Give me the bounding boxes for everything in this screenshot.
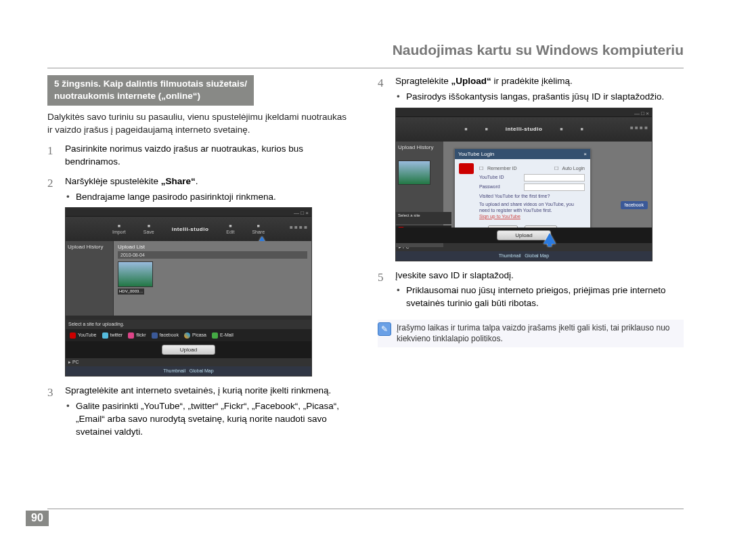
ss2-side-title: Upload History [398,144,441,151]
site-youtube: YouTube [70,332,97,339]
hint-1: Visited YouTube for the first time? [479,194,585,199]
ss1-upload-row: Upload [66,341,311,358]
screenshot-login: — □ × ■■ intelli-studio ■■ ■ ■ ■ ■ Uploa… [395,108,652,261]
step-5-bullet: Priklausomai nuo jūsų interneto prieigos… [395,284,684,310]
screenshot-share: — □ × ■Import ■Save intelli-studio ■Edit… [65,207,312,376]
step-2: Naršyklėje spustelėkite „Share“. Bendraj… [47,175,353,376]
step-heading: 5 žingsnis. Kaip dalintis filmuotais siu… [47,75,254,106]
ss2-toolbar: ■■ intelli-studio ■■ ■ ■ ■ ■ [396,117,652,142]
site-flickr: flickr [128,332,146,339]
note-icon: ✎ [378,322,391,336]
ss1-thumb [118,261,153,287]
step-1: Pasirinkite norimus vaizdo įrašus ar nuo… [47,143,353,169]
page-number: 90 [26,511,49,526]
ss1-bottombar: Thumbnail Global Map [66,366,311,376]
note-text: Įrašymo laikas ir turima talpa vaizdo įr… [397,322,684,344]
arrow-cursor-icon-2 [544,233,556,244]
step-5-text: Įveskite savo ID ir slaptažodį. [395,270,514,280]
ss1-main-title: Upload List [118,243,307,251]
step-2-bullet: Bendrajame lange pasirodo pasirinktoji r… [65,191,353,204]
ss1-toolbar: ■Import ■Save intelli-studio ■Edit ■Shar… [66,217,311,241]
login-dialog-title: YouTube Login× [455,149,590,159]
ss1-logo: intelli-studio [172,225,209,233]
site-twitter: twitter [102,332,123,339]
ss2-bottombar: Thumbnail Global Map [396,251,652,261]
step-4-bullet: Pasirodys iššokantysis langas, prašantis… [395,91,684,104]
upload-button[interactable]: Upload [162,345,215,355]
id-input[interactable] [524,174,585,181]
right-column: Spragtelėkite „Upload“ ir pradėkite įkėl… [378,75,684,446]
ss2-upload-row: Upload [396,228,652,243]
page-title: Naudojimas kartu su Windows kompiuteriu [47,42,684,58]
ss2-select: Select a site [396,212,451,224]
intro-text: Dalykitės savo turiniu su pasauliu, vien… [47,111,353,135]
site-email: E-Mail [212,332,234,339]
step-5: Įveskite savo ID ir slaptažodį. Priklaus… [378,270,684,311]
left-column: 5 žingsnis. Kaip dalintis filmuotais siu… [47,75,353,446]
ss1-pc: ▸ PC [66,358,311,366]
step-heading-line2: nuotraukomis internete („online“) [54,91,200,101]
site-picasa: Picasa [184,332,206,339]
hint-2: To upload and share videos on YouTube, y… [479,202,585,213]
pw-input[interactable] [524,184,585,191]
ss1-main: Upload List 2010-08-04 HDV_0003… [114,241,311,316]
step-heading-line1: 5 žingsnis. Kaip dalintis filmuotais siu… [54,79,247,89]
ss2-thumb [398,160,430,185]
step-2-text: Naršyklėje spustelėkite „Share“. [65,176,198,186]
step-1-text: Pasirinkite norimus vaizdo įrašus ar nuo… [65,144,303,167]
ss2-logo: intelli-studio [506,125,543,133]
pw-label: Password [479,184,520,190]
remember-row: ☐Remember ID ☐Auto Login [479,165,585,172]
id-label: YouTube ID [479,174,520,181]
step-3: Spragtelėkite ant interneto svetainės, į… [47,385,353,439]
youtube-icon [459,163,474,174]
facebook-chip: facebook [621,201,648,209]
ss1-side-title: Upload History [68,243,111,251]
step-3-text: Spragtelėkite ant interneto svetainės, į… [65,385,331,395]
close-icon[interactable]: × [583,150,587,158]
ss1-thumb-label: HDV_0003… [118,288,144,294]
divider-bottom [47,509,684,509]
login-dialog: YouTube Login× ☐Remember ID ☐Auto Login … [454,148,591,238]
step-4: Spragtelėkite „Upload“ ir pradėkite įkėl… [378,75,684,261]
divider-top [47,68,684,68]
upload-button-2[interactable]: Upload [497,230,550,240]
ss1-select-label: Select a site for uploading. [66,320,311,329]
note-box: ✎ Įrašymo laikas ir turima talpa vaizdo … [378,320,684,347]
ss1-date: 2010-08-04 [118,251,307,259]
step-3-bullet: Galite pasirinkti „YouTube“, „twitter“ „… [65,400,353,439]
ss1-sites: YouTube twitter flickr facebook Picasa E… [66,329,311,341]
site-facebook: facebook [152,332,179,339]
signup-link[interactable]: Sign up to YouTube [479,213,585,220]
ss2-titlebar: — □ × [396,108,652,117]
ss1-titlebar: — □ × [66,208,311,217]
ss1-side: Upload History [66,241,114,316]
step-4-text: Spragtelėkite „Upload“ ir pradėkite įkėl… [395,76,573,86]
